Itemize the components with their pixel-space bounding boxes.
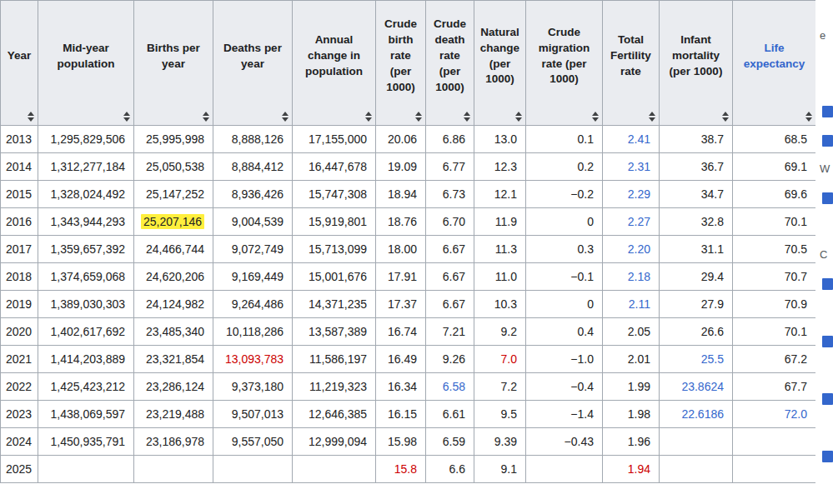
link-value[interactable]: 22.6186: [681, 407, 724, 421]
column-header-label: Total Fertility rate: [610, 33, 651, 77]
table-row: 20131,295,829,50625,995,9988,888,12617,1…: [1, 126, 816, 153]
cell-infant_mortality: [660, 456, 733, 483]
cell-life_expectancy: [733, 428, 816, 456]
cell-migration_rate: 0.3: [526, 236, 603, 263]
cell-annual_change: 17,155,000: [293, 126, 376, 153]
column-header-annual_change[interactable]: Annual change in population: [293, 1, 376, 126]
cell-death_rate: 9.26: [426, 346, 474, 373]
cell-life_expectancy: 69.6: [733, 181, 816, 208]
cell-annual_change: 12,646,385: [293, 401, 376, 428]
cell-deaths: 10,118,286: [213, 318, 293, 346]
sort-icon: [464, 112, 470, 122]
link-value[interactable]: 23.8624: [681, 380, 724, 393]
cell-fertility_rate: 2.31: [603, 153, 660, 181]
cell-infant_mortality: 26.6: [660, 318, 733, 346]
cell-fertility_rate: 2.20: [603, 236, 660, 263]
cell-natural_change: 12.3: [474, 153, 526, 181]
table-row: 20141,312,277,18425,050,5388,884,41216,4…: [1, 153, 816, 181]
cutoff-link-box: [822, 336, 833, 347]
column-header-year[interactable]: Year: [1, 1, 38, 126]
link-value[interactable]: 72.0: [785, 407, 807, 421]
table-row: 202515.86.69.11.94: [1, 456, 816, 483]
cell-infant_mortality: 27.9: [660, 291, 733, 318]
column-header-label[interactable]: Life expectancy: [744, 42, 805, 70]
sort-icon: [123, 112, 130, 122]
cell-infant_mortality: [660, 428, 733, 456]
cell-natural_change: 7.2: [474, 373, 526, 401]
column-header-natural_change[interactable]: Natural change (per 1000): [474, 1, 526, 126]
cell-deaths: 9,557,050: [213, 428, 293, 456]
link-value[interactable]: 25.5: [701, 352, 724, 366]
sort-icon: [203, 112, 209, 122]
cell-population: 1,438,069,597: [38, 401, 134, 428]
cell-death_rate: 6.6: [426, 456, 474, 483]
cell-migration_rate: −1.0: [526, 346, 603, 373]
column-header-birth_rate[interactable]: Crude birth rate (per 1000): [376, 1, 426, 126]
cell-infant_mortality: 25.5: [660, 346, 733, 373]
cell-births: 24,466,744: [134, 236, 213, 263]
cell-births: 24,124,982: [134, 291, 213, 318]
link-value[interactable]: 2.20: [628, 242, 650, 256]
link-value[interactable]: 6.58: [443, 380, 465, 393]
cell-fertility_rate: 1.99: [603, 373, 660, 401]
column-header-infant_mortality[interactable]: Infant mortality (per 1000): [660, 1, 733, 126]
column-header-label: Mid-year population: [58, 42, 115, 70]
cell-population: 1,402,617,692: [38, 318, 134, 346]
column-header-migration_rate[interactable]: Crude migration rate (per 1000): [526, 1, 603, 126]
cell-fertility_rate: 2.11: [603, 291, 660, 318]
column-header-label: Annual change in population: [305, 33, 363, 77]
cell-life_expectancy: 70.1: [733, 318, 816, 346]
cell-birth_rate: 18.94: [376, 181, 426, 208]
sort-icon: [649, 112, 655, 122]
cell-fertility_rate: 2.18: [603, 263, 660, 291]
column-header-death_rate[interactable]: Crude death rate (per 1000): [426, 1, 474, 126]
cell-annual_change: 15,747,308: [293, 181, 376, 208]
cell-deaths: 8,884,412: [213, 153, 293, 181]
link-value[interactable]: 2.41: [628, 132, 650, 146]
column-header-births[interactable]: Births per year: [134, 1, 213, 126]
link-value[interactable]: 2.27: [628, 215, 650, 228]
column-header-population[interactable]: Mid-year population: [38, 1, 134, 126]
link-value[interactable]: 2.18: [628, 270, 650, 283]
cell-deaths: 13,093,783: [213, 346, 293, 373]
cell-deaths: [213, 456, 293, 483]
red-value: 7.0: [501, 352, 517, 366]
cell-fertility_rate: 1.96: [603, 428, 660, 456]
column-header-label: Crude death rate (per 1000): [434, 17, 466, 93]
cell-population: 1,328,024,492: [38, 181, 134, 208]
cell-births: 25,147,252: [134, 181, 213, 208]
cell-death_rate: 6.86: [426, 126, 474, 153]
cell-birth_rate: 17.91: [376, 263, 426, 291]
cell-deaths: 9,169,449: [213, 263, 293, 291]
column-header-fertility_rate[interactable]: Total Fertility rate: [603, 1, 660, 126]
cutoff-link-box: [822, 192, 833, 204]
cell-year: 2019: [1, 291, 38, 318]
column-header-life_expectancy[interactable]: Life expectancy: [733, 1, 816, 126]
cell-migration_rate: −0.43: [526, 428, 603, 456]
cell-year: 2016: [1, 208, 38, 236]
cell-year: 2015: [1, 181, 38, 208]
cell-deaths: 8,936,426: [213, 181, 293, 208]
cell-natural_change: 12.1: [474, 181, 526, 208]
cell-fertility_rate: 2.05: [603, 318, 660, 346]
cell-death_rate: 6.58: [426, 373, 474, 401]
link-value[interactable]: 2.31: [628, 160, 650, 173]
cell-year: 2017: [1, 236, 38, 263]
cell-birth_rate: 18.76: [376, 208, 426, 236]
cell-life_expectancy: 70.1: [733, 208, 816, 236]
cell-population: [38, 456, 134, 483]
cell-population: 1,295,829,506: [38, 126, 134, 153]
link-value[interactable]: 2.29: [628, 187, 650, 201]
cell-life_expectancy: 68.5: [733, 126, 816, 153]
cell-death_rate: 7.21: [426, 318, 474, 346]
cell-deaths: 9,072,749: [213, 236, 293, 263]
sort-icon: [282, 112, 289, 122]
column-header-deaths[interactable]: Deaths per year: [213, 1, 293, 126]
cell-fertility_rate: 2.01: [603, 346, 660, 373]
cell-infant_mortality: 32.8: [660, 208, 733, 236]
table-row: 20181,374,659,06824,620,2069,169,44915,0…: [1, 263, 816, 291]
cell-life_expectancy: 70.9: [733, 291, 816, 318]
cell-births: 25,050,538: [134, 153, 213, 181]
cell-fertility_rate: 2.27: [603, 208, 660, 236]
link-value[interactable]: 2.11: [629, 297, 650, 311]
